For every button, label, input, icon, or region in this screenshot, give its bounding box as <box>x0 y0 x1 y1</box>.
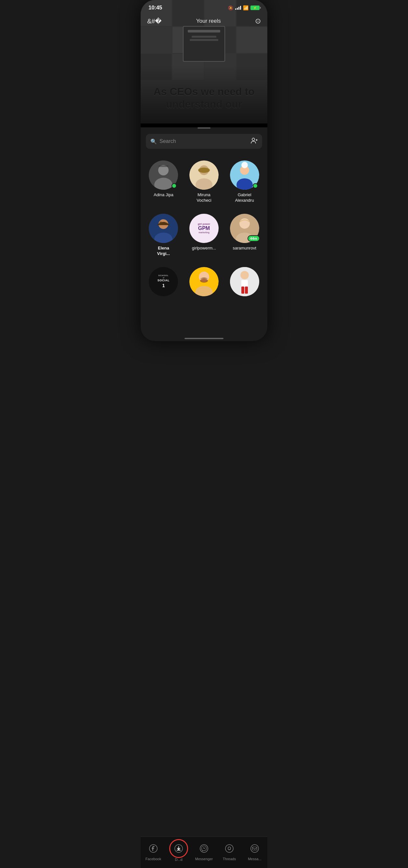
avatar-school: SCHOOL of SOCIAL 1 <box>149 267 178 296</box>
time-badge: 44m <box>248 235 260 242</box>
avatar-svg <box>230 267 259 296</box>
wifi-icon: 📶 <box>243 5 249 10</box>
contact-item[interactable]: 44m saramunrovt <box>224 209 265 262</box>
contacts-grid: Adina Jipa MirunaVocheci <box>140 155 268 309</box>
online-indicator <box>253 183 258 188</box>
svg-rect-30 <box>241 286 244 294</box>
avatar-circle: SCHOOL of SOCIAL 1 <box>149 267 178 296</box>
back-button[interactable]: &#� <box>147 17 162 25</box>
add-person-button[interactable] <box>250 137 258 146</box>
bottom-sheet: 🔍 Search <box>140 127 268 341</box>
reel-main-text: As CEOs we need to understand our <box>147 86 261 111</box>
svg-point-26 <box>200 279 208 283</box>
reel-text-line1: As CEOs we need to <box>153 86 254 97</box>
svg-point-28 <box>240 271 249 279</box>
contact-name: girlpowerm... <box>192 246 216 251</box>
avatar-woman <box>230 267 259 296</box>
chevron-left-icon: &#� <box>147 18 162 25</box>
reel-overlay-text: As CEOs we need to understand our <box>140 86 268 111</box>
home-indicator <box>185 338 223 339</box>
avatar-circle <box>149 214 178 243</box>
avatar-guy <box>189 267 219 296</box>
contact-name: saramunrovt <box>233 246 256 251</box>
online-indicator <box>171 183 177 188</box>
svg-point-0 <box>252 138 255 141</box>
contact-name <box>163 299 164 303</box>
avatar-gabriel <box>230 160 259 190</box>
drag-handle[interactable] <box>197 127 211 129</box>
contact-item[interactable] <box>224 262 265 309</box>
svg-rect-31 <box>245 286 248 294</box>
ac-unit <box>183 26 225 62</box>
contact-item[interactable]: ElenaVirgi... <box>143 209 184 262</box>
avatar-circle <box>189 160 219 190</box>
search-bar[interactable]: 🔍 Search <box>146 134 262 149</box>
avatar-adina <box>149 160 178 190</box>
battery-icon: ⚡ <box>250 5 259 10</box>
contact-name: ElenaVirgi... <box>157 246 170 257</box>
reel-title: Your reels <box>196 18 221 24</box>
avatar-elena <box>149 214 178 243</box>
avatar-circle <box>230 267 259 296</box>
search-placeholder[interactable]: Search <box>159 138 248 144</box>
status-bar: 10:45 🔕 📶 ⚡ <box>140 0 268 11</box>
svg-rect-29 <box>241 280 248 287</box>
contact-item[interactable]: girl power GPM marketing girlpowerm... <box>184 209 224 262</box>
avatar-circle <box>189 267 219 296</box>
avatar-svg <box>149 214 178 243</box>
contact-item[interactable]: GabrielAlexandru <box>224 155 265 209</box>
contact-name: Adina Jipa <box>154 192 174 198</box>
contact-name: MirunaVocheci <box>196 192 212 204</box>
avatar-sara: 44m <box>230 214 259 243</box>
camera-button[interactable]: ⊙ <box>255 17 261 25</box>
svg-point-19 <box>159 221 162 224</box>
avatar-miruna <box>189 160 219 190</box>
contact-item[interactable]: Adina Jipa <box>143 155 184 209</box>
avatar-svg <box>189 160 219 190</box>
contact-item[interactable]: SCHOOL of SOCIAL 1 <box>143 262 184 309</box>
avatar-svg <box>189 267 219 296</box>
signal-bar-3 <box>239 7 240 10</box>
add-person-icon <box>250 137 258 144</box>
mute-icon: 🔕 <box>228 5 233 10</box>
signal-bar-1 <box>235 8 236 10</box>
school-logo: SCHOOL of SOCIAL 1 <box>149 267 178 296</box>
contact-item[interactable] <box>184 262 224 309</box>
reel-header: &#� Your reels ⊙ <box>140 17 268 25</box>
contact-item[interactable]: MirunaVocheci <box>184 155 224 209</box>
signal-bar-4 <box>240 6 241 10</box>
contact-name: GabrielAlexandru <box>235 192 254 204</box>
avatar-girlpower: girl power GPM marketing <box>189 214 219 243</box>
svg-point-10 <box>198 167 210 173</box>
svg-rect-6 <box>159 165 168 167</box>
reel-section: &#� Your reels ⊙ As CEOs we need to unde… <box>140 0 268 123</box>
reel-text-line2: understand our <box>166 98 242 110</box>
search-icon: 🔍 <box>150 138 157 145</box>
ceiling-tile <box>140 27 171 53</box>
signal-bar-2 <box>237 8 238 10</box>
avatar-circle: girl power GPM marketing <box>189 214 219 243</box>
status-time: 10:45 <box>149 4 162 11</box>
svg-point-15 <box>241 162 248 168</box>
camera-icon: ⊙ <box>255 17 261 25</box>
status-icons: 🔕 📶 ⚡ <box>228 5 259 10</box>
gpm-logo: girl power GPM marketing <box>189 214 219 243</box>
signal-bars <box>235 6 241 10</box>
search-container: 🔍 Search <box>140 134 268 155</box>
phone-frame: 10:45 🔕 📶 ⚡ <box>140 0 268 341</box>
ceiling-tile <box>237 27 268 53</box>
